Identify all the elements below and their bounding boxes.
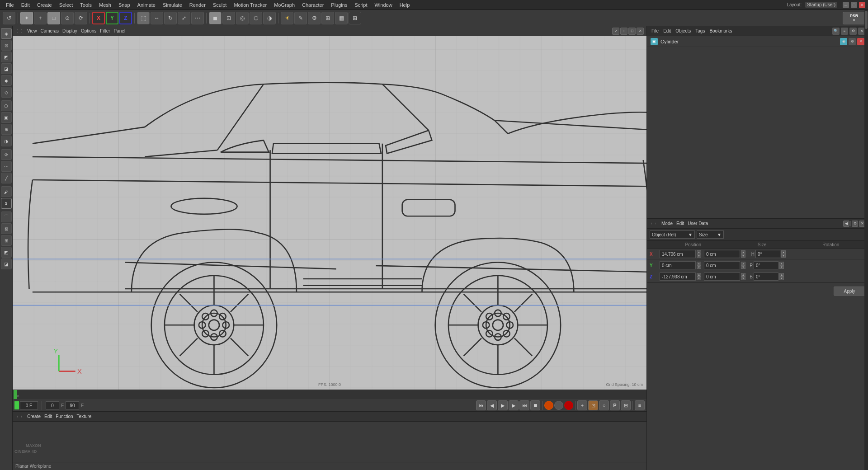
keyframe-grid-button[interactable]: ⊞ [621, 400, 631, 410]
sidebar-obj3[interactable]: ⬡ [1, 100, 12, 111]
keyframe-square-button[interactable]: ⊡ [588, 400, 598, 410]
wireframe-button[interactable]: ⊡ [222, 12, 235, 24]
menu-animate[interactable]: Animate [134, 1, 159, 9]
menu-tools[interactable]: Tools [77, 1, 95, 9]
minimize-button[interactable]: ─ [843, 2, 849, 8]
mat-menu-create[interactable]: Create [27, 414, 41, 419]
viewport-menu-cameras[interactable]: Cameras [41, 28, 59, 33]
goto-end-button[interactable]: ⏭ [519, 400, 529, 410]
transform-button[interactable]: ⟳ [75, 12, 87, 24]
sidebar-scale-tool[interactable]: ◪ [1, 63, 12, 74]
z-pos-down[interactable]: ▼ [697, 277, 701, 280]
mat-menu-texture[interactable]: Texture [77, 414, 92, 419]
keyframe-button-3[interactable] [564, 401, 573, 410]
cylinder-btn-3[interactable]: ✕ [857, 38, 864, 45]
x-pos-up[interactable]: ▲ [697, 250, 701, 254]
scale-button[interactable]: ⤢ [178, 12, 190, 24]
menu-mesh[interactable]: Mesh [96, 1, 114, 9]
sidebar-extra2[interactable]: ◪ [1, 258, 12, 269]
z-axis-button[interactable]: Z [119, 12, 132, 24]
rotate-button[interactable]: ⊙ [61, 12, 74, 24]
box-select-button[interactable]: ⬚ [137, 12, 150, 24]
attr-menu-userdata[interactable]: User Data [688, 221, 708, 226]
y-size-down[interactable]: ▼ [741, 265, 745, 269]
light-button[interactable]: ◑ [263, 12, 276, 24]
y-position-input[interactable]: 0 cm [660, 261, 696, 269]
x-size-up[interactable]: ▲ [741, 250, 745, 254]
rp-menu-tags[interactable]: Tags [693, 28, 707, 33]
menu-window[interactable]: Window [372, 1, 396, 9]
maximize-button[interactable]: □ [851, 2, 857, 8]
viewport-nav-2[interactable]: + [620, 28, 627, 35]
cylinder-btn-1[interactable]: ◉ [840, 38, 847, 45]
z-size-input[interactable]: 0 cm [704, 273, 740, 281]
y-axis-button[interactable]: Y [106, 12, 118, 24]
menu-create[interactable]: Create [34, 1, 55, 9]
sidebar-selection-tool[interactable]: ◈ [1, 28, 12, 39]
p-rotation-input[interactable]: 0° [754, 261, 778, 269]
sidebar-obj7[interactable]: ⟳ [1, 149, 12, 160]
right-scrollbar[interactable] [864, 10, 868, 470]
render-settings-button[interactable]: ⊞ [321, 12, 334, 24]
rp-filter-icon[interactable]: ≡ [841, 28, 848, 35]
apply-button[interactable]: Apply [834, 287, 865, 296]
p-rot-up[interactable]: ▲ [779, 262, 784, 265]
z-position-input[interactable]: -127.938 cm [660, 273, 696, 281]
deform-button[interactable]: ⋯ [191, 12, 204, 24]
y-pos-up[interactable]: ▲ [697, 262, 701, 265]
viewport-menu-view[interactable]: View [27, 28, 37, 33]
z-pos-up[interactable]: ▲ [697, 273, 701, 277]
rotate-tool-button[interactable]: ↻ [164, 12, 177, 24]
sidebar-rotate-tool[interactable]: ◩ [1, 52, 12, 62]
attr-nav-options[interactable]: ⚙ [852, 221, 858, 227]
rp-search-icon[interactable]: 🔍 [832, 28, 840, 35]
viewport-nav-3[interactable]: ⊡ [628, 28, 636, 35]
menu-render[interactable]: Render [186, 1, 209, 9]
new-object-button[interactable]: ✦ [20, 12, 33, 24]
close-button[interactable]: ✕ [859, 2, 865, 8]
move-button[interactable]: ↔ [151, 12, 163, 24]
rp-menu-edit[interactable]: Edit [661, 28, 673, 33]
sidebar-obj5[interactable]: ⊕ [1, 124, 12, 135]
x-size-down[interactable]: ▼ [741, 254, 745, 258]
timeline-ruler[interactable]: 0 0 5 10 15 [13, 390, 646, 399]
menu-simulate[interactable]: Simulate [160, 1, 185, 9]
sidebar-obj1[interactable]: ◆ [1, 75, 12, 86]
solid-view-button[interactable]: ◼ [209, 12, 222, 24]
light-obj-button[interactable]: ☀ [281, 12, 293, 24]
keyframe-circle-button[interactable]: ○ [599, 400, 609, 410]
sidebar-obj8[interactable]: ⋯ [1, 161, 12, 172]
sidebar-paint-tool[interactable]: 🖌 [1, 186, 12, 197]
p-rot-down[interactable]: ▼ [779, 265, 784, 269]
stop-button[interactable]: ⏹ [530, 400, 540, 410]
keyframe-add-button[interactable]: + [577, 400, 587, 410]
start-frame-input[interactable] [46, 401, 59, 409]
add-button[interactable]: + [34, 12, 47, 24]
x-axis-button[interactable]: X [92, 12, 105, 24]
rp-settings-icon[interactable]: ⚙ [849, 28, 857, 35]
viewport-menu-display[interactable]: Display [62, 28, 77, 33]
menu-help[interactable]: Help [396, 1, 413, 9]
rp-menu-bookmarks[interactable]: Bookmarks [708, 28, 734, 33]
play-button[interactable]: ▶ [498, 400, 508, 410]
sidebar-move-tool[interactable]: ⊡ [1, 40, 12, 51]
z-size-up[interactable]: ▲ [741, 273, 745, 277]
undo-button[interactable]: ↺ [3, 12, 15, 24]
menu-character[interactable]: Character [299, 1, 327, 9]
render-region-button[interactable]: ▦ [335, 12, 348, 24]
mat-menu-edit[interactable]: Edit [44, 414, 52, 419]
x-size-input[interactable]: 0 cm [704, 250, 740, 258]
smooth-button[interactable]: ◎ [236, 12, 249, 24]
b-rotation-input[interactable]: 0° [754, 273, 778, 281]
rp-menu-file[interactable]: File [650, 28, 660, 33]
record-button[interactable]: ⊞ [349, 12, 361, 24]
menu-edit[interactable]: Edit [18, 1, 33, 9]
next-frame-button[interactable]: ▶ [509, 400, 519, 410]
y-size-input[interactable]: 0 cm [704, 261, 740, 269]
attr-menu-mode[interactable]: Mode [661, 221, 673, 226]
menu-mograph[interactable]: MoGraph [271, 1, 298, 9]
b-rot-down[interactable]: ▼ [779, 277, 784, 280]
viewport-menu-filter[interactable]: Filter [100, 28, 110, 33]
h-rot-down[interactable]: ▼ [781, 254, 786, 258]
viewport-content[interactable]: Right [13, 36, 646, 390]
